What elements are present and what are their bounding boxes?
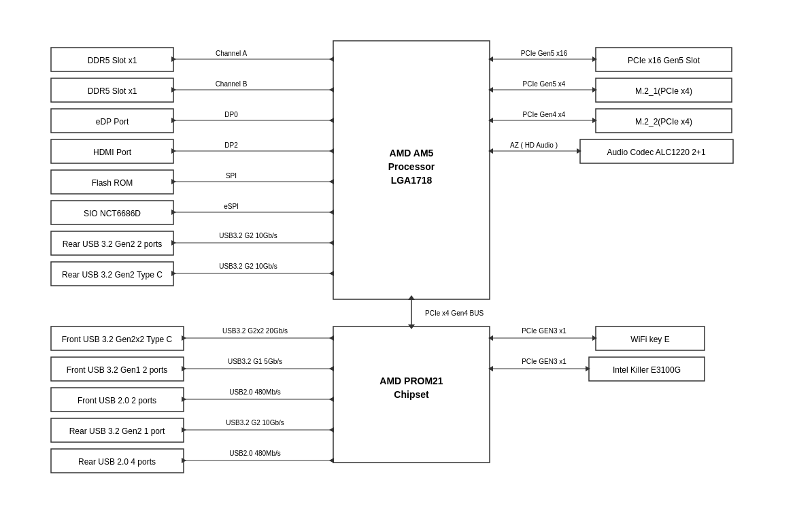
svg-text:Front USB 3.2 Gen1 2 ports: Front USB 3.2 Gen1 2 ports — [67, 365, 168, 375]
svg-rect-0 — [333, 41, 490, 299]
svg-marker-116 — [488, 335, 493, 341]
svg-text:Intel Killer E3100G: Intel Killer E3100G — [613, 365, 681, 375]
svg-rect-119 — [589, 357, 705, 381]
svg-text:LGA1718: LGA1718 — [391, 175, 433, 186]
svg-text:DDR5 Slot x1: DDR5 Slot x1 — [88, 56, 137, 65]
svg-marker-123 — [586, 366, 590, 371]
svg-rect-13 — [51, 78, 173, 102]
svg-rect-107 — [51, 449, 184, 473]
svg-text:PCIe GEN3   x1: PCIe GEN3 x1 — [522, 327, 566, 335]
svg-text:Channel A: Channel A — [216, 50, 247, 57]
svg-text:PCIe Gen4 x4: PCIe Gen4 x4 — [523, 111, 566, 118]
svg-text:M.2_2(PCIe x4): M.2_2(PCIe x4) — [635, 117, 692, 127]
svg-marker-81 — [408, 324, 415, 329]
svg-marker-76 — [488, 148, 493, 154]
svg-text:Front USB 3.2 Gen2x2 Type C: Front USB 3.2 Gen2x2 Type C — [62, 335, 173, 344]
svg-text:WiFi key E: WiFi key E — [630, 335, 669, 344]
svg-marker-41 — [329, 210, 334, 215]
svg-rect-73 — [580, 139, 733, 163]
svg-rect-113 — [596, 327, 705, 350]
svg-text:Rear USB 3.2 Gen2 1 port: Rear USB 3.2 Gen2 1 port — [69, 426, 165, 436]
svg-marker-105 — [329, 427, 334, 433]
svg-marker-64 — [488, 87, 493, 93]
svg-marker-40 — [171, 210, 176, 215]
svg-text:Rear USB 3.2 Gen2 2 ports: Rear USB 3.2 Gen2 2 ports — [63, 239, 163, 249]
svg-text:Processor: Processor — [388, 161, 435, 172]
svg-text:USB3.2 G2x2  20Gb/s: USB3.2 G2x2 20Gb/s — [222, 327, 288, 335]
svg-marker-22 — [171, 118, 176, 123]
svg-text:SIO NCT6686D: SIO NCT6686D — [84, 209, 141, 218]
svg-text:M.2_1(PCIe x4): M.2_1(PCIe x4) — [635, 86, 692, 96]
svg-marker-47 — [329, 240, 334, 246]
svg-text:DP2: DP2 — [224, 141, 238, 149]
svg-rect-1 — [333, 327, 490, 463]
svg-rect-101 — [51, 418, 184, 442]
svg-rect-95 — [51, 388, 184, 412]
svg-text:Flash ROM: Flash ROM — [92, 178, 133, 188]
svg-text:Rear USB 3.2 Gen2 Type C: Rear USB 3.2 Gen2 Type C — [62, 270, 163, 280]
svg-rect-19 — [51, 109, 173, 133]
svg-marker-10 — [171, 56, 176, 62]
svg-text:AZ ( HD Audio ): AZ ( HD Audio ) — [510, 141, 558, 149]
svg-marker-11 — [329, 56, 334, 62]
diagram-svg: AMD AM5 Processor LGA1718 AMD PROM21 Chi… — [0, 0, 812, 519]
svg-marker-35 — [329, 179, 334, 184]
svg-text:Audio Codec ALC1220 2+1: Audio Codec ALC1220 2+1 — [607, 148, 705, 157]
svg-marker-92 — [182, 366, 186, 371]
svg-marker-52 — [171, 271, 176, 276]
svg-marker-16 — [171, 87, 176, 93]
svg-text:HDMI Port: HDMI Port — [93, 148, 132, 157]
svg-rect-25 — [51, 139, 173, 163]
svg-rect-67 — [596, 109, 732, 133]
svg-marker-99 — [329, 397, 334, 402]
svg-marker-80 — [408, 295, 415, 300]
svg-marker-58 — [488, 56, 493, 62]
svg-text:AMD AM5: AMD AM5 — [390, 148, 434, 158]
svg-text:DP0: DP0 — [224, 111, 238, 118]
svg-rect-49 — [51, 262, 173, 286]
svg-rect-31 — [51, 170, 173, 194]
svg-marker-111 — [329, 458, 334, 463]
svg-rect-61 — [596, 78, 732, 102]
svg-text:USB3.2 G1   5Gb/s: USB3.2 G1 5Gb/s — [228, 358, 282, 365]
svg-marker-46 — [171, 240, 176, 246]
svg-text:Front USB 2.0 2 ports: Front USB 2.0 2 ports — [78, 396, 156, 405]
svg-marker-98 — [182, 397, 186, 402]
svg-text:USB3.2 G2   10Gb/s: USB3.2 G2 10Gb/s — [219, 232, 277, 239]
svg-text:Rear USB 2.0 4 ports: Rear USB 2.0 4 ports — [78, 457, 156, 467]
svg-marker-65 — [592, 87, 597, 93]
svg-rect-37 — [51, 201, 173, 224]
svg-marker-104 — [182, 427, 186, 433]
svg-marker-87 — [329, 335, 334, 341]
svg-text:PCIe GEN3   x1: PCIe GEN3 x1 — [522, 358, 566, 365]
svg-marker-28 — [171, 148, 176, 154]
svg-text:DDR5 Slot x1: DDR5 Slot x1 — [88, 86, 137, 96]
svg-text:Chipset: Chipset — [394, 389, 429, 400]
svg-marker-53 — [329, 271, 334, 276]
svg-text:AMD PROM21: AMD PROM21 — [379, 375, 443, 386]
svg-text:PCIe x16 Gen5 Slot: PCIe x16 Gen5 Slot — [628, 56, 700, 65]
svg-text:USB2.0    480Mb/s: USB2.0 480Mb/s — [229, 388, 281, 396]
svg-text:SPI: SPI — [226, 172, 237, 180]
svg-marker-70 — [488, 118, 493, 123]
svg-marker-34 — [171, 179, 176, 184]
svg-text:PCIe Gen5 x16: PCIe Gen5 x16 — [521, 50, 568, 57]
svg-marker-117 — [592, 335, 597, 341]
svg-marker-17 — [329, 87, 334, 93]
svg-text:USB3.2 G2   10Gb/s: USB3.2 G2 10Gb/s — [219, 263, 277, 270]
svg-text:PCIe x4 Gen4 BUS: PCIe x4 Gen4 BUS — [425, 309, 484, 317]
svg-marker-77 — [577, 148, 581, 154]
svg-rect-43 — [51, 231, 173, 255]
svg-rect-83 — [51, 327, 184, 350]
svg-marker-122 — [488, 366, 493, 371]
svg-marker-86 — [182, 335, 186, 341]
svg-rect-89 — [51, 357, 184, 381]
svg-rect-7 — [51, 48, 173, 71]
svg-text:eSPI: eSPI — [224, 203, 239, 210]
svg-text:Channel B: Channel B — [216, 80, 248, 88]
svg-rect-55 — [596, 48, 732, 71]
svg-text:PCIe Gen5 x4: PCIe Gen5 x4 — [523, 80, 566, 88]
svg-marker-23 — [329, 118, 334, 123]
svg-marker-93 — [329, 366, 334, 371]
svg-text:USB3.2 G2   10Gb/s: USB3.2 G2 10Gb/s — [226, 419, 284, 426]
